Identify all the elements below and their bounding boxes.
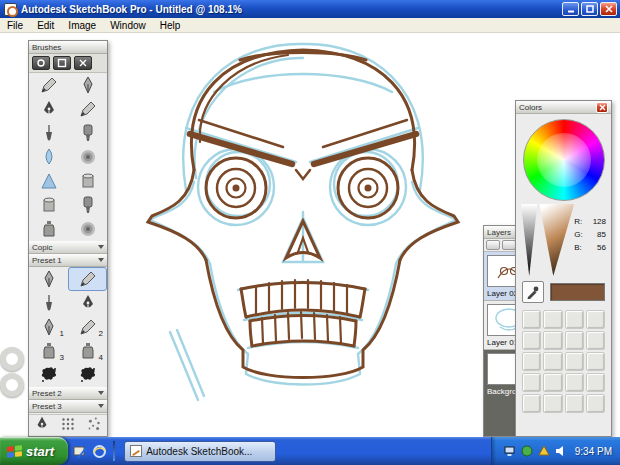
brush-grid-main xyxy=(29,73,107,241)
alert-icon[interactable] xyxy=(538,445,550,457)
preset-brush-nib[interactable] xyxy=(68,291,107,315)
swatch-empty[interactable] xyxy=(565,352,584,371)
brush-pen[interactable] xyxy=(68,73,107,97)
brush-ink-bottle[interactable] xyxy=(29,217,68,241)
minimize-button[interactable] xyxy=(562,2,579,16)
swatch-empty[interactable] xyxy=(543,394,562,413)
swatch-empty[interactable] xyxy=(586,373,605,392)
brush-marker[interactable] xyxy=(68,121,107,145)
colors-palette-header[interactable]: Colors xyxy=(516,101,611,114)
display-settings-icon[interactable] xyxy=(504,445,516,457)
swatch-empty[interactable] xyxy=(543,310,562,329)
blue-value: 56 xyxy=(597,243,606,252)
brush-pencil-soft[interactable] xyxy=(68,97,107,121)
swatch-empty[interactable] xyxy=(522,352,541,371)
preset-brush-1[interactable]: 1 xyxy=(29,315,68,339)
menu-bar: File Edit Image Window Help xyxy=(0,18,620,33)
section-copic[interactable]: Copic xyxy=(29,241,107,254)
title-bar[interactable]: Autodesk SketchBook Pro - Untitled @ 108… xyxy=(0,0,620,18)
menu-file[interactable]: File xyxy=(0,18,30,32)
section-preset-3-label: Preset 3 xyxy=(32,402,62,411)
lagoon-widget xyxy=(0,347,24,399)
brush-close-tab-icon[interactable] xyxy=(74,56,92,70)
saturation-triangle[interactable] xyxy=(539,204,574,276)
brush-ballpoint[interactable] xyxy=(29,97,68,121)
preset-number-label: 1 xyxy=(60,329,64,338)
lagoon-tool-top[interactable] xyxy=(0,347,24,371)
preset-brush-paintbrush[interactable] xyxy=(29,291,68,315)
preset-brush-3[interactable]: 3 xyxy=(29,339,68,363)
layer-options-button[interactable] xyxy=(502,240,516,250)
swatch-empty[interactable] xyxy=(543,331,562,350)
swatch-empty[interactable] xyxy=(522,394,541,413)
section-copic-label: Copic xyxy=(32,243,52,252)
current-color-swatch[interactable] xyxy=(550,283,605,301)
preset-brush-4[interactable]: 4 xyxy=(68,339,107,363)
brushes-palette-header[interactable]: Brushes xyxy=(29,41,107,54)
preset-brush-2[interactable]: 2 xyxy=(68,315,107,339)
brush-airbrush-soft[interactable] xyxy=(68,217,107,241)
preset-brush-pen[interactable] xyxy=(29,267,68,291)
swatch-empty[interactable] xyxy=(565,394,584,413)
swatch-empty[interactable] xyxy=(586,394,605,413)
brush-eraser[interactable] xyxy=(68,169,107,193)
section-preset-2[interactable]: Preset 2 xyxy=(29,387,107,400)
start-button[interactable]: start xyxy=(0,437,68,465)
tray-clock[interactable]: 9:34 PM xyxy=(575,446,612,457)
task-button-sketchbook[interactable]: Autodesk SketchBook... xyxy=(124,441,276,462)
preset-number-label: 4 xyxy=(99,353,103,362)
taskbar-divider xyxy=(113,441,115,461)
swatch-empty[interactable] xyxy=(565,373,584,392)
add-layer-button[interactable] xyxy=(486,240,500,250)
brush-chisel-marker[interactable] xyxy=(68,193,107,217)
swatch-empty[interactable] xyxy=(522,331,541,350)
swatch-empty[interactable] xyxy=(543,352,562,371)
internet-explorer-icon[interactable] xyxy=(92,444,107,459)
menu-window[interactable]: Window xyxy=(103,18,153,32)
colors-close-button[interactable] xyxy=(596,102,608,113)
maximize-button[interactable] xyxy=(581,2,598,16)
menu-edit[interactable]: Edit xyxy=(30,18,61,32)
preset-number-label: 3 xyxy=(60,353,64,362)
swatch-empty[interactable] xyxy=(586,310,605,329)
brush-cone[interactable] xyxy=(29,169,68,193)
brush-paintbrush[interactable] xyxy=(29,121,68,145)
swatch-empty[interactable] xyxy=(543,373,562,392)
brush-dots-footer[interactable] xyxy=(59,415,77,437)
swatch-empty[interactable] xyxy=(565,331,584,350)
color-wheel[interactable] xyxy=(523,119,605,201)
grayscale-triangle[interactable] xyxy=(521,204,537,276)
eyedropper-button[interactable] xyxy=(522,281,544,303)
brush-nib-footer[interactable] xyxy=(33,415,51,437)
antivirus-icon[interactable] xyxy=(521,445,533,457)
task-button-label: Autodesk SketchBook... xyxy=(146,446,252,457)
windows-flag-icon xyxy=(7,445,22,458)
brush-stipple-footer[interactable] xyxy=(85,415,103,437)
swatch-empty[interactable] xyxy=(522,310,541,329)
brush-pencil-hard[interactable] xyxy=(29,73,68,97)
quick-launch xyxy=(68,441,122,461)
swatch-grid xyxy=(516,306,611,417)
show-desktop-icon[interactable] xyxy=(73,444,88,459)
swatch-empty[interactable] xyxy=(565,310,584,329)
swatch-empty[interactable] xyxy=(586,331,605,350)
section-preset-3[interactable]: Preset 3 xyxy=(29,400,107,413)
volume-icon[interactable] xyxy=(555,445,567,457)
brush-watercolor[interactable] xyxy=(29,145,68,169)
brush-airbrush[interactable] xyxy=(68,145,107,169)
brush-set-tab-icon[interactable] xyxy=(32,56,50,70)
close-button[interactable] xyxy=(600,2,617,16)
brush-grid-tab-icon[interactable] xyxy=(53,56,71,70)
menu-help[interactable]: Help xyxy=(153,18,188,32)
colors-palette-title: Colors xyxy=(519,103,542,112)
section-preset-1[interactable]: Preset 1 xyxy=(29,254,107,267)
brush-footer-row xyxy=(29,414,107,436)
brush-eraser-hard[interactable] xyxy=(29,193,68,217)
swatch-empty[interactable] xyxy=(522,373,541,392)
preset-brush-splatter-2[interactable] xyxy=(68,363,107,387)
preset-brush-pencil-selected[interactable] xyxy=(68,267,107,291)
lagoon-tool-bottom[interactable] xyxy=(0,373,24,397)
preset-brush-splatter[interactable] xyxy=(29,363,68,387)
menu-image[interactable]: Image xyxy=(61,18,103,32)
swatch-empty[interactable] xyxy=(586,352,605,371)
